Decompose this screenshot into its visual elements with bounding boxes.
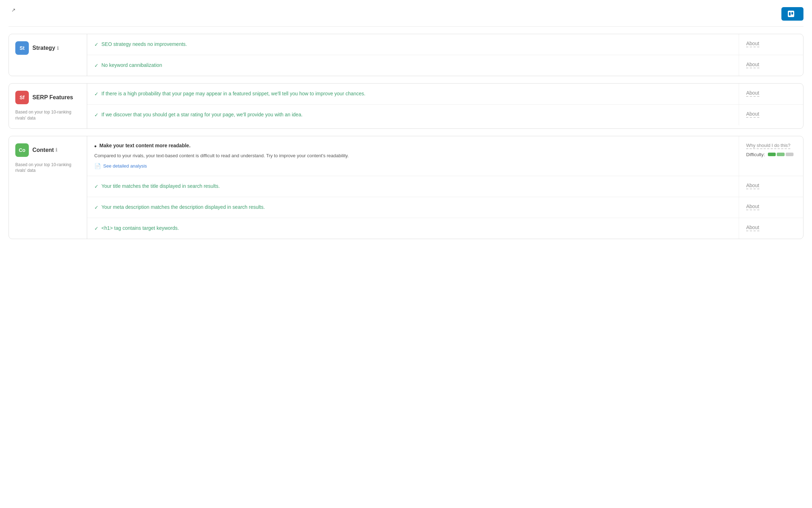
checkmark-icon: ✓ <box>94 183 99 190</box>
section-card-content: CoContentℹBased on your top 10-ranking r… <box>9 136 803 239</box>
check-text: ✓If we discover that you should get a st… <box>94 111 732 119</box>
badge-content: Co <box>15 143 29 157</box>
header-left: ↗ <box>9 7 16 15</box>
section-left-strategy: StStrategyℹ <box>9 34 87 76</box>
url-row: ↗ <box>9 7 16 13</box>
section-title-strategy: Strategyℹ <box>32 45 59 51</box>
about-link[interactable]: About <box>746 41 759 47</box>
section-title-content: Contentℹ <box>32 147 57 153</box>
badge-strategy: St <box>15 41 29 55</box>
check-label: If there is a high probability that your… <box>101 90 365 97</box>
row-about-content-3: About <box>739 218 803 238</box>
row-content-content-2: ✓Your meta description matches the descr… <box>87 197 739 218</box>
check-label: If we discover that you should get a sta… <box>101 111 302 118</box>
section-title-serp-features: SERP Features <box>32 94 73 101</box>
checkmark-icon: ✓ <box>94 41 99 48</box>
row-about-content-2: About <box>739 197 803 217</box>
why-should-i-do-this-link[interactable]: Why should I do this? <box>746 143 790 149</box>
check-text: ✓SEO strategy needs no improvements. <box>94 41 732 48</box>
difficulty-segment-0 <box>768 153 776 156</box>
section-right-serp-features: ✓If there is a high probability that you… <box>87 84 803 128</box>
row-item-serp-features-1: ✓If we discover that you should get a st… <box>87 105 803 125</box>
row-content-content-1: ✓Your title matches the title displayed … <box>87 176 739 197</box>
check-text: ✓Your meta description matches the descr… <box>94 203 732 211</box>
row-content-content-0: •Make your text content more readable.Co… <box>87 136 739 176</box>
difficulty-bar <box>768 153 793 156</box>
check-label: Your meta description matches the descri… <box>101 203 265 211</box>
row-about-strategy-0: About <box>739 34 803 54</box>
info-icon[interactable]: ℹ <box>56 147 57 153</box>
external-link-icon[interactable]: ↗ <box>11 7 16 13</box>
check-text: ✓Your title matches the title displayed … <box>94 182 732 190</box>
row-item-content-3: ✓<h1> tag contains target keywords.About <box>87 218 803 239</box>
section-right-content: •Make your text content more readable.Co… <box>87 136 803 239</box>
row-item-content-2: ✓Your meta description matches the descr… <box>87 197 803 218</box>
row-item-content-1: ✓Your title matches the title displayed … <box>87 176 803 197</box>
check-text: ✓No keyword cannibalization <box>94 62 732 69</box>
row-about-serp-features-0: About <box>739 84 803 103</box>
about-link[interactable]: About <box>746 224 759 231</box>
row-item-serp-features-0: ✓If there is a high probability that you… <box>87 84 803 105</box>
header: ↗ <box>9 7 803 27</box>
check-label: <h1> tag contains target keywords. <box>101 224 179 232</box>
bullet-dot-icon: • <box>94 143 96 150</box>
row-content-content-3: ✓<h1> tag contains target keywords. <box>87 218 739 239</box>
section-right-strategy: ✓SEO strategy needs no improvements.Abou… <box>87 34 803 76</box>
row-about-serp-features-1: About <box>739 105 803 124</box>
row-item-strategy-1: ✓No keyword cannibalizationAbout <box>87 55 803 76</box>
checkmark-icon: ✓ <box>94 111 99 119</box>
section-badge-row: StStrategyℹ <box>15 41 80 55</box>
info-icon[interactable]: ℹ <box>57 46 59 51</box>
row-about-content-0: Why should I do this?Difficulty: <box>739 136 803 164</box>
check-text: ✓If there is a high probability that you… <box>94 90 732 98</box>
section-left-serp-features: SfSERP FeaturesBased on your top 10-rank… <box>9 84 87 128</box>
difficulty-label: Difficulty: <box>746 152 765 157</box>
bullet-title-text: Make your text content more readable. <box>99 143 190 148</box>
bullet-description: Compared to your rivals, your text-based… <box>94 152 732 159</box>
check-text: ✓<h1> tag contains target keywords. <box>94 224 732 232</box>
difficulty-row: Difficulty: <box>746 152 793 157</box>
row-item-content-0: •Make your text content more readable.Co… <box>87 136 803 176</box>
sections-container: StStrategyℹ✓SEO strategy needs no improv… <box>9 34 803 239</box>
row-about-content-1: About <box>739 176 803 196</box>
section-badge-row: SfSERP Features <box>15 91 80 104</box>
document-icon: 📄 <box>94 163 101 169</box>
row-item-strategy-0: ✓SEO strategy needs no improvements.Abou… <box>87 34 803 55</box>
checkmark-icon: ✓ <box>94 225 99 232</box>
checkmark-icon: ✓ <box>94 204 99 211</box>
send-to-trello-button[interactable] <box>781 7 803 21</box>
row-content-strategy-1: ✓No keyword cannibalization <box>87 55 739 76</box>
difficulty-segment-1 <box>777 153 785 156</box>
check-label: No keyword cannibalization <box>101 62 162 69</box>
checkmark-icon: ✓ <box>94 62 99 69</box>
about-link[interactable]: About <box>746 62 759 68</box>
bullet-title: •Make your text content more readable. <box>94 143 732 150</box>
row-about-strategy-1: About <box>739 55 803 75</box>
about-link[interactable]: About <box>746 111 759 118</box>
section-card-serp-features: SfSERP FeaturesBased on your top 10-rank… <box>9 83 803 129</box>
about-link[interactable]: About <box>746 203 759 210</box>
page-wrapper: ↗ StStrategyℹ✓SEO strategy needs no impr… <box>0 0 812 508</box>
section-subtitle-content: Based on your top 10-ranking rivals' dat… <box>15 162 80 174</box>
section-card-strategy: StStrategyℹ✓SEO strategy needs no improv… <box>9 34 803 76</box>
about-link[interactable]: About <box>746 182 759 189</box>
row-content-strategy-0: ✓SEO strategy needs no improvements. <box>87 34 739 55</box>
badge-serp-features: Sf <box>15 91 29 104</box>
section-subtitle-serp-features: Based on your top 10-ranking rivals' dat… <box>15 109 80 121</box>
see-analysis-text: See detailed analysis <box>103 163 147 169</box>
section-left-content: CoContentℹBased on your top 10-ranking r… <box>9 136 87 239</box>
row-content-serp-features-1: ✓If we discover that you should get a st… <box>87 105 739 125</box>
about-link[interactable]: About <box>746 90 759 97</box>
see-detailed-analysis-link[interactable]: 📄See detailed analysis <box>94 163 732 169</box>
difficulty-segment-2 <box>786 153 793 156</box>
check-label: SEO strategy needs no improvements. <box>101 41 187 48</box>
check-label: Your title matches the title displayed i… <box>101 182 220 190</box>
trello-icon <box>788 11 794 17</box>
checkmark-icon: ✓ <box>94 90 99 98</box>
row-content-serp-features-0: ✓If there is a high probability that you… <box>87 84 739 104</box>
section-badge-row: CoContentℹ <box>15 143 80 157</box>
